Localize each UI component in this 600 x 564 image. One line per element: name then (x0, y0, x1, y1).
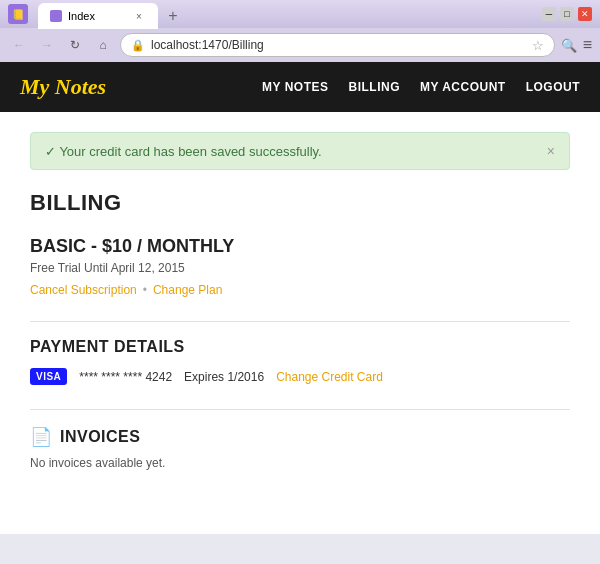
plan-link-separator: • (143, 283, 147, 297)
success-alert: ✓ Your credit card has been saved succes… (30, 132, 570, 170)
card-number: **** **** **** 4242 (79, 370, 172, 384)
visa-badge: VISA (30, 368, 67, 385)
minimize-button[interactable]: ─ (542, 7, 556, 21)
main-content: ✓ Your credit card has been saved succes… (0, 112, 600, 534)
reload-button[interactable]: ↻ (64, 34, 86, 56)
payment-section: PAYMENT DETAILS VISA **** **** **** 4242… (30, 338, 570, 385)
alert-message: ✓ Your credit card has been saved succes… (45, 144, 322, 159)
invoices-title-row: 📄 INVOICES (30, 426, 570, 448)
nav-my-account[interactable]: MY ACCOUNT (420, 80, 506, 94)
divider-2 (30, 409, 570, 410)
browser-chrome: 📒 Index × + ─ □ ✕ ← → ↻ ⌂ 🔒 localhost:14… (0, 0, 600, 62)
payment-details-row: VISA **** **** **** 4242 Expires 1/2016 … (30, 368, 570, 385)
window-controls: ─ □ ✕ (542, 7, 592, 21)
address-bar[interactable]: 🔒 localhost:1470/Billing ☆ (120, 33, 555, 57)
alert-text: ✓ Your credit card has been saved succes… (45, 144, 322, 159)
nav-billing[interactable]: BILLING (349, 80, 401, 94)
nav-logout[interactable]: LOGOUT (526, 80, 580, 94)
invoice-icon: 📄 (30, 426, 52, 448)
title-bar: 📒 Index × + ─ □ ✕ (0, 0, 600, 28)
plan-title: BASIC - $10 / MONTHLY (30, 236, 570, 257)
tab-bar: Index × + (34, 0, 536, 29)
page-content: My Notes MY NOTES BILLING MY ACCOUNT LOG… (0, 62, 600, 534)
bookmark-icon[interactable]: ☆ (532, 38, 544, 53)
tab-label: Index (68, 10, 95, 22)
tab-index[interactable]: Index × (38, 3, 158, 29)
card-expiry: Expires 1/2016 (184, 370, 264, 384)
app-logo[interactable]: My Notes (20, 74, 106, 100)
nav-my-notes[interactable]: MY NOTES (262, 80, 328, 94)
plan-section: BASIC - $10 / MONTHLY Free Trial Until A… (30, 236, 570, 297)
plan-trial-text: Free Trial Until April 12, 2015 (30, 261, 570, 275)
payment-section-title: PAYMENT DETAILS (30, 338, 570, 356)
forward-button[interactable]: → (36, 34, 58, 56)
close-window-button[interactable]: ✕ (578, 7, 592, 21)
search-icon[interactable]: 🔍 (561, 38, 577, 53)
invoices-section-title: INVOICES (60, 428, 140, 446)
no-invoices-text: No invoices available yet. (30, 456, 570, 470)
divider-1 (30, 321, 570, 322)
page-title: BILLING (30, 190, 570, 216)
tab-close-button[interactable]: × (132, 9, 146, 23)
app-favicon: 📒 (8, 4, 28, 24)
home-button[interactable]: ⌂ (92, 34, 114, 56)
invoices-section: 📄 INVOICES No invoices available yet. (30, 426, 570, 470)
back-button[interactable]: ← (8, 34, 30, 56)
new-tab-button[interactable]: + (160, 3, 186, 29)
cancel-subscription-link[interactable]: Cancel Subscription (30, 283, 137, 297)
lock-icon: 🔒 (131, 39, 145, 52)
plan-links: Cancel Subscription • Change Plan (30, 283, 570, 297)
tab-favicon (50, 10, 62, 22)
alert-close-button[interactable]: × (547, 143, 555, 159)
app-navbar: My Notes MY NOTES BILLING MY ACCOUNT LOG… (0, 62, 600, 112)
app-nav-links: MY NOTES BILLING MY ACCOUNT LOGOUT (262, 80, 580, 94)
url-text: localhost:1470/Billing (151, 38, 264, 52)
maximize-button[interactable]: □ (560, 7, 574, 21)
address-bar-row: ← → ↻ ⌂ 🔒 localhost:1470/Billing ☆ 🔍 ≡ (0, 28, 600, 62)
change-plan-link[interactable]: Change Plan (153, 283, 222, 297)
menu-icon[interactable]: ≡ (583, 36, 592, 54)
change-credit-card-link[interactable]: Change Credit Card (276, 370, 383, 384)
